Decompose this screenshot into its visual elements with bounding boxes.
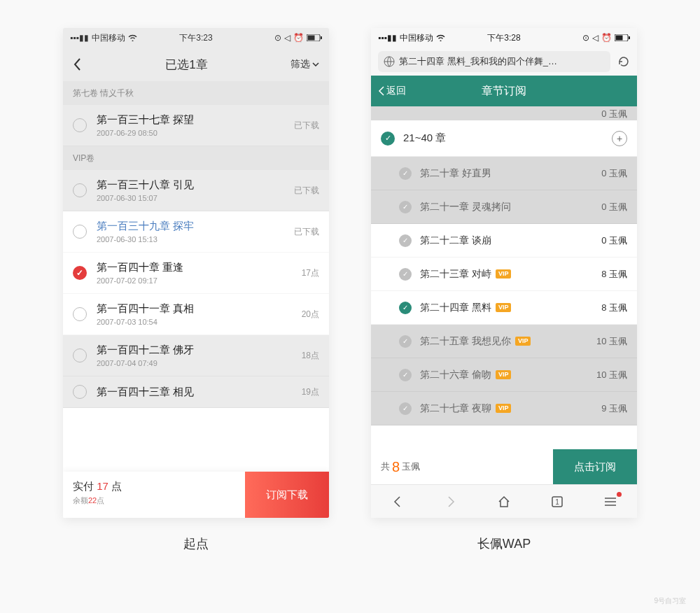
subscribe-button[interactable]: 点击订阅 (553, 449, 637, 484)
check-icon[interactable] (399, 201, 412, 213)
footer-info: 实付 17 点 余额22点 (63, 472, 245, 518)
select-radio[interactable] (73, 266, 87, 280)
chapter-date: 2007-06-30 15:07 (97, 194, 294, 202)
check-icon[interactable] (399, 335, 412, 348)
chapter-price: 0 玉佩 (601, 201, 627, 213)
battery-icon (307, 34, 322, 41)
expand-icon[interactable]: + (612, 131, 627, 146)
orientation-icon: ⊙ (582, 33, 589, 43)
chapter-status: 20点 (302, 309, 319, 320)
chapter-row[interactable]: 第二十一章 灵魂拷问0 玉佩 (371, 190, 637, 224)
wifi-icon (128, 34, 137, 41)
changpei-screenshot: ▪▪▪▮▮ 中国移动 下午3:28 ⊙ ◁ ⏰ 第二十四章 (371, 28, 637, 552)
menu-icon[interactable] (602, 493, 619, 510)
chapter-row[interactable]: 第一百四十二章 佛牙2007-07-04 07:4918点 (63, 335, 329, 376)
select-radio[interactable] (73, 225, 87, 239)
select-radio[interactable] (73, 348, 87, 362)
chapter-title: 第一百三十八章 引见 (97, 178, 294, 192)
nav-forward-icon[interactable] (442, 493, 459, 510)
select-radio[interactable] (73, 307, 87, 321)
chapter-date: 2007-06-30 15:13 (97, 235, 294, 244)
group-title: 21~40 章 (403, 132, 612, 145)
vip-badge: VIP (496, 269, 512, 279)
check-icon[interactable] (399, 268, 412, 281)
back-icon[interactable] (73, 57, 83, 71)
vip-badge: VIP (496, 370, 512, 379)
chapter-list: 第七卷 情义千秋第一百三十七章 探望2007-06-29 08:50已下载VIP… (63, 81, 329, 408)
filter-button[interactable]: 筛选 (290, 58, 319, 71)
chapter-row[interactable]: 第二十章 好直男0 玉佩 (371, 157, 637, 190)
screenshot-label: 起点 (183, 535, 209, 552)
vip-badge: VIP (515, 337, 531, 346)
battery-icon (615, 34, 630, 41)
page-title: 章节订阅 (482, 84, 526, 99)
alarm-icon: ⏰ (601, 33, 612, 43)
filter-label: 筛选 (290, 58, 310, 71)
svg-text:1: 1 (555, 498, 559, 506)
chapter-title: 第一百四十三章 相见 (97, 386, 302, 399)
time-label: 下午3:23 (179, 32, 212, 44)
chapter-price: 10 玉佩 (596, 335, 627, 348)
section-header: VIP卷 (63, 146, 329, 170)
svg-rect-5 (629, 36, 630, 39)
chapter-title: 第一百四十二章 佛牙 (97, 344, 302, 357)
chapter-row[interactable]: 第一百四十三章 相见19点 (63, 376, 329, 408)
chapter-title: 第二十七章 夜聊 VIP (420, 402, 601, 415)
check-icon[interactable] (399, 234, 412, 247)
subscribe-download-button[interactable]: 订阅下载 (245, 472, 329, 518)
chapter-group-row[interactable]: 21~40 章 + (371, 120, 637, 157)
check-icon[interactable] (399, 369, 412, 381)
chapter-title: 第二十章 好直男 (420, 167, 601, 180)
location-icon: ◁ (592, 33, 598, 43)
chapter-row[interactable]: 第二十七章 夜聊 VIP9 玉佩 (371, 392, 637, 425)
chevron-down-icon (312, 62, 319, 66)
balance-line: 余额22点 (73, 495, 235, 506)
time-label: 下午3:28 (487, 32, 520, 44)
chapter-row[interactable]: 第二十二章 谈崩0 玉佩 (371, 224, 637, 258)
chapter-row[interactable]: 第一百三十八章 引见2007-06-30 15:07已下载 (63, 170, 329, 211)
check-icon[interactable] (399, 302, 412, 314)
chapter-title: 第二十一章 灵魂拷问 (420, 201, 601, 213)
vip-badge: VIP (496, 303, 512, 312)
chapter-row[interactable]: 第二十四章 黑料 VIP8 玉佩 (371, 291, 637, 325)
chapter-row[interactable]: 第二十五章 我想见你 VIP10 玉佩 (371, 325, 637, 358)
chapter-row[interactable]: 第一百四十章 重逢2007-07-02 09:1717点 (63, 253, 329, 294)
select-radio[interactable] (73, 385, 87, 399)
partial-row-top: 0 玉佩 (371, 106, 637, 120)
browser-tabbar: 1 (371, 484, 637, 518)
chapter-date: 2007-07-02 09:17 (97, 276, 302, 285)
select-radio[interactable] (73, 183, 87, 197)
section-header: 第七卷 情义千秋 (63, 81, 329, 105)
pay-line: 实付 17 点 (73, 480, 235, 493)
chapter-status: 17点 (302, 267, 319, 279)
nav-back-icon[interactable] (389, 493, 406, 510)
page-header: 返回 章节订阅 (371, 76, 637, 106)
home-icon[interactable] (496, 493, 512, 510)
check-icon[interactable] (399, 402, 412, 415)
chapter-row[interactable]: 第二十六章 偷吻 VIP10 玉佩 (371, 358, 637, 392)
chapter-date: 2007-07-04 07:49 (97, 359, 302, 367)
back-label: 返回 (386, 85, 406, 97)
signal-icon: ▪▪▪▮▮ (378, 33, 397, 43)
url-text: 第二十四章 黑料_我和我的四个伴舞_… (399, 55, 557, 68)
chapter-price: 8 玉佩 (601, 268, 627, 281)
tabs-icon[interactable]: 1 (549, 493, 566, 510)
chapter-row[interactable]: 第一百三十九章 探牢2007-06-30 15:13已下载 (63, 211, 329, 253)
chapter-price: 0 玉佩 (601, 167, 627, 180)
svg-rect-1 (308, 36, 315, 41)
qidian-phone: ▪▪▪▮▮ 中国移动 下午3:23 ⊙ ◁ ⏰ 已选1章 (63, 28, 329, 518)
url-field[interactable]: 第二十四章 黑料_我和我的四个伴舞_… (378, 51, 610, 72)
check-icon[interactable] (399, 167, 412, 180)
select-radio[interactable] (73, 118, 87, 132)
chapter-title: 第一百四十章 重逢 (97, 261, 302, 274)
svg-rect-4 (616, 36, 623, 41)
check-icon (381, 132, 395, 146)
chapter-row[interactable]: 第一百四十一章 真相2007-07-03 10:5420点 (63, 294, 329, 335)
vip-badge: VIP (496, 404, 512, 413)
chapter-row[interactable]: 第一百三十七章 探望2007-06-29 08:50已下载 (63, 105, 329, 146)
back-button[interactable]: 返回 (378, 85, 406, 97)
reload-icon[interactable] (617, 55, 630, 68)
chapter-title: 第一百三十七章 探望 (97, 113, 294, 127)
chapter-row[interactable]: 第二十三章 对峙 VIP8 玉佩 (371, 258, 637, 291)
changpei-phone: ▪▪▪▮▮ 中国移动 下午3:28 ⊙ ◁ ⏰ 第二十四章 (371, 28, 637, 518)
